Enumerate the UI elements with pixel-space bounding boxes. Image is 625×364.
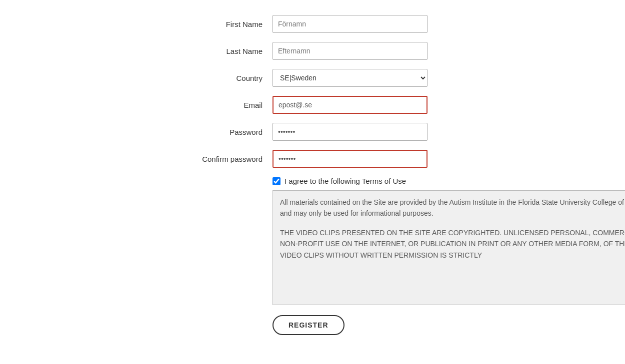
- terms-checkbox-text: I agree to the following Terms of Use: [284, 177, 406, 185]
- last-name-input[interactable]: [272, 42, 428, 60]
- country-row: Country SE|Sweden US|United States GB|Un…: [128, 69, 498, 87]
- email-input[interactable]: [272, 96, 428, 114]
- country-select[interactable]: SE|Sweden US|United States GB|United Kin…: [272, 69, 428, 87]
- password-row: Password: [128, 123, 498, 141]
- email-row: Email: [128, 96, 498, 114]
- last-name-label: Last Name: [128, 47, 272, 55]
- terms-text-box[interactable]: All materials contained on the Site are …: [272, 190, 625, 305]
- first-name-row: First Name: [128, 15, 498, 33]
- terms-checkbox[interactable]: [272, 177, 280, 185]
- country-label: Country: [128, 74, 272, 82]
- confirm-password-label: Confirm password: [128, 155, 272, 163]
- terms-checkbox-row: I agree to the following Terms of Use: [272, 177, 498, 185]
- terms-paragraph-2: THE VIDEO CLIPS PRESENTED ON THE SITE AR…: [280, 227, 625, 261]
- last-name-row: Last Name: [128, 42, 498, 60]
- register-row: REGISTER: [272, 315, 498, 335]
- page-wrapper: First Name Last Name Country SE|Sweden U…: [0, 0, 625, 364]
- first-name-label: First Name: [128, 20, 272, 28]
- email-label: Email: [128, 101, 272, 109]
- first-name-input[interactable]: [272, 15, 428, 33]
- password-input[interactable]: [272, 123, 428, 141]
- terms-paragraph-1: All materials contained on the Site are …: [280, 197, 625, 219]
- registration-form: First Name Last Name Country SE|Sweden U…: [118, 10, 508, 340]
- terms-checkbox-label[interactable]: I agree to the following Terms of Use: [272, 177, 406, 185]
- register-button[interactable]: REGISTER: [272, 315, 344, 335]
- confirm-password-row: Confirm password: [128, 150, 498, 168]
- password-label: Password: [128, 128, 272, 136]
- confirm-password-input[interactable]: [272, 150, 428, 168]
